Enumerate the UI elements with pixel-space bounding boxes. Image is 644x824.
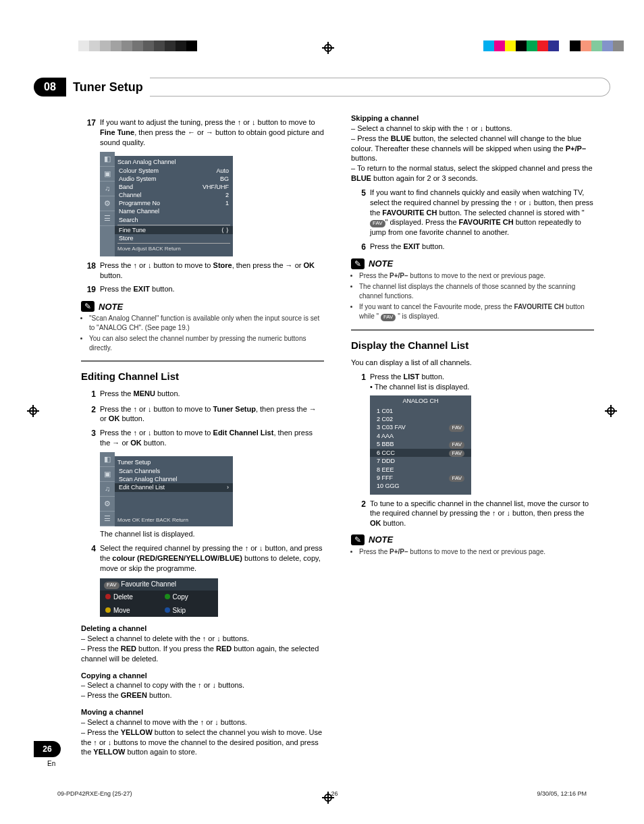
left-arrow-icon: ← — [188, 128, 195, 136]
skipping-header: Skipping a channel — [351, 113, 594, 123]
note-icon: ✎ — [351, 258, 365, 269]
osd-side-icons: ◧▣♫⚙☰ — [100, 152, 115, 256]
display-list-sub: You can display a list of all channels. — [351, 358, 594, 368]
edit-step-3: 3 Press the ↑ or ↓ button to move to Edi… — [81, 428, 324, 448]
section-rule — [81, 360, 324, 362]
step-18: 18 Press the ↑ or ↓ button to move to St… — [81, 260, 324, 281]
editing-header: Editing Channel List — [81, 370, 324, 385]
right-arrow-icon: → — [286, 261, 293, 269]
edit-step-1: 1 Press the MENU button. — [81, 389, 324, 400]
copying-header: Copying a channel — [81, 671, 324, 681]
right-arrow-icon: → — [112, 439, 119, 447]
note-heading: ✎ NOTE — [351, 534, 594, 546]
step-5: 5 If you want to find channels quickly a… — [351, 188, 594, 238]
right-arrow-icon: → — [206, 128, 213, 136]
chapter-rule — [150, 78, 610, 97]
display-step-1: 1 Press the LIST button. • The channel l… — [351, 372, 594, 392]
osd-channel-list: ANALOG CH 1 C012 C023 C03 FAVFAV4 AAA5 B… — [370, 395, 471, 494]
right-column: Skipping a channel – Select a channel to… — [351, 113, 594, 757]
note-icon: ✎ — [351, 534, 365, 545]
edit-step-2: 2 Press the ↑ or ↓ button to move to Tun… — [81, 404, 324, 424]
note-list: "Scan Analog Channel" function is availa… — [89, 314, 324, 352]
right-arrow-icon: → — [309, 405, 317, 413]
chapter-header: 08 Tuner Setup — [34, 78, 610, 97]
chapter-title: Tuner Setup — [73, 80, 143, 94]
osd2-caption: The channel list is displayed. — [100, 529, 324, 539]
left-column: 17 If you want to adjust the tuning, pre… — [81, 113, 324, 757]
registration-mark-left — [27, 405, 39, 417]
deleting-header: Deleting a channel — [81, 624, 324, 634]
step-19: 19 Press the EXIT button. — [81, 284, 324, 295]
note-list: Press the P+/P– buttons to move to the n… — [359, 547, 594, 557]
colour-action-table: FAV Favourite Channel DeleteCopyMoveSkip — [100, 578, 218, 617]
osd-row-selected: Fine Tune⟨ ⟩ — [115, 226, 233, 234]
page-lang: En — [47, 760, 55, 767]
chapter-number: 08 — [34, 78, 66, 97]
note-heading: ✎ NOTE — [81, 301, 324, 313]
fav-badge: FAV — [104, 582, 119, 589]
color-band-right — [483, 40, 624, 51]
osd-scan-analog: ◧▣♫⚙☰ Scan Analog Channel Colour SystemA… — [100, 152, 324, 256]
note-icon: ✎ — [81, 301, 95, 312]
display-list-header: Display the Channel List — [351, 339, 594, 354]
section-rule — [351, 329, 594, 331]
display-step-2: 2 To tune to a specific channel in the c… — [351, 499, 594, 529]
step-6: 6 Press the EXIT button. — [351, 242, 594, 252]
registration-mark-right — [605, 405, 617, 417]
print-footer: 09-PDP42RXE-Eng (25-27) 26 9/30/05, 12:1… — [57, 790, 587, 797]
registration-mark-top — [322, 42, 334, 54]
osd-tuner-setup: ◧▣♫⚙☰ Tuner Setup Scan ChannelsScan Anal… — [100, 452, 324, 526]
edit-step-4: 4 Select the required channel by pressin… — [81, 543, 324, 574]
moving-header: Moving a channel — [81, 707, 324, 717]
note-heading: ✎ NOTE — [351, 258, 594, 270]
osd-title: Scan Analog Channel — [115, 157, 233, 167]
gray-band-left: for(let i=0;i<12;i++){let g=Math.round(2… — [68, 40, 197, 51]
page-number-badge: 26 — [34, 741, 61, 757]
fav-badge: FAV — [370, 220, 385, 227]
note-list: Press the P+/P– buttons to move to the n… — [359, 271, 594, 321]
step-17: 17 If you want to adjust the tuning, pre… — [81, 117, 324, 148]
osd-hint: Move Adjust BACK Return — [115, 245, 233, 254]
